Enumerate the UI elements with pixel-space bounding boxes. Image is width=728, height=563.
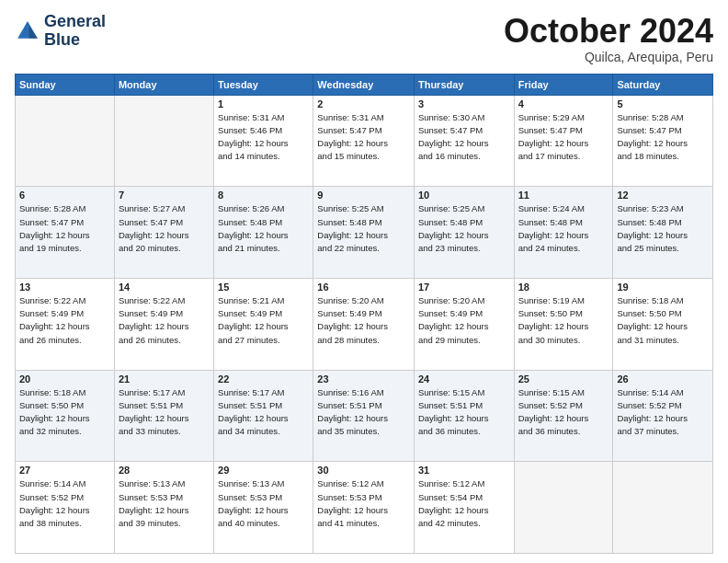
day-number: 22 — [218, 373, 309, 385]
table-row: 9Sunrise: 5:25 AMSunset: 5:48 PMDaylight… — [313, 187, 415, 279]
table-row: 27Sunrise: 5:14 AMSunset: 5:52 PMDayligh… — [16, 462, 115, 554]
day-number: 1 — [218, 98, 309, 109]
table-row: 4Sunrise: 5:29 AMSunset: 5:47 PMDaylight… — [514, 95, 613, 187]
day-info: Sunrise: 5:12 AMSunset: 5:54 PMDaylight:… — [418, 477, 510, 530]
table-row: 15Sunrise: 5:21 AMSunset: 5:49 PMDayligh… — [214, 278, 313, 370]
logo: General Blue — [15, 13, 106, 50]
day-number: 20 — [19, 373, 110, 385]
day-info: Sunrise: 5:30 AMSunset: 5:47 PMDaylight:… — [418, 111, 510, 164]
calendar-week-row: 27Sunrise: 5:14 AMSunset: 5:52 PMDayligh… — [16, 462, 713, 554]
table-row: 6Sunrise: 5:28 AMSunset: 5:47 PMDaylight… — [16, 187, 115, 279]
table-row — [613, 462, 713, 554]
day-number: 6 — [19, 190, 110, 201]
table-row: 26Sunrise: 5:14 AMSunset: 5:52 PMDayligh… — [613, 370, 713, 462]
table-row: 3Sunrise: 5:30 AMSunset: 5:47 PMDaylight… — [414, 95, 514, 187]
day-info: Sunrise: 5:26 AMSunset: 5:48 PMDaylight:… — [218, 202, 309, 255]
day-info: Sunrise: 5:15 AMSunset: 5:51 PMDaylight:… — [418, 386, 510, 439]
table-row: 20Sunrise: 5:18 AMSunset: 5:50 PMDayligh… — [16, 370, 115, 462]
day-number: 12 — [617, 190, 709, 201]
table-row — [514, 462, 613, 554]
day-info: Sunrise: 5:25 AMSunset: 5:48 PMDaylight:… — [317, 202, 410, 255]
day-info: Sunrise: 5:18 AMSunset: 5:50 PMDaylight:… — [617, 294, 709, 347]
day-info: Sunrise: 5:21 AMSunset: 5:49 PMDaylight:… — [218, 294, 309, 347]
title-block: October 2024 Quilca, Arequipa, Peru — [504, 13, 713, 64]
table-row: 28Sunrise: 5:13 AMSunset: 5:53 PMDayligh… — [114, 462, 213, 554]
day-number: 14 — [119, 282, 210, 293]
day-number: 9 — [317, 190, 410, 201]
day-number: 26 — [617, 373, 709, 385]
day-number: 10 — [418, 190, 510, 201]
day-number: 4 — [518, 98, 609, 109]
day-info: Sunrise: 5:28 AMSunset: 5:47 PMDaylight:… — [617, 111, 709, 164]
day-number: 25 — [518, 373, 609, 385]
day-number: 27 — [19, 465, 110, 476]
table-row: 18Sunrise: 5:19 AMSunset: 5:50 PMDayligh… — [514, 278, 613, 370]
day-info: Sunrise: 5:31 AMSunset: 5:47 PMDaylight:… — [317, 111, 410, 164]
day-number: 19 — [617, 282, 709, 293]
day-info: Sunrise: 5:23 AMSunset: 5:48 PMDaylight:… — [617, 202, 709, 255]
table-row: 5Sunrise: 5:28 AMSunset: 5:47 PMDaylight… — [613, 95, 713, 187]
day-number: 5 — [617, 98, 709, 109]
day-info: Sunrise: 5:22 AMSunset: 5:49 PMDaylight:… — [19, 294, 110, 347]
col-wednesday: Wednesday — [313, 74, 415, 95]
table-row: 22Sunrise: 5:17 AMSunset: 5:51 PMDayligh… — [214, 370, 313, 462]
calendar-week-row: 6Sunrise: 5:28 AMSunset: 5:47 PMDaylight… — [16, 187, 713, 279]
col-friday: Friday — [514, 74, 613, 95]
day-number: 2 — [317, 98, 410, 109]
day-number: 30 — [317, 465, 410, 476]
table-row: 8Sunrise: 5:26 AMSunset: 5:48 PMDaylight… — [214, 187, 313, 279]
table-row: 2Sunrise: 5:31 AMSunset: 5:47 PMDaylight… — [313, 95, 415, 187]
col-saturday: Saturday — [613, 74, 713, 95]
calendar-header-row: Sunday Monday Tuesday Wednesday Thursday… — [16, 74, 713, 95]
table-row: 31Sunrise: 5:12 AMSunset: 5:54 PMDayligh… — [414, 462, 514, 554]
table-row — [114, 95, 213, 187]
calendar-week-row: 1Sunrise: 5:31 AMSunset: 5:46 PMDaylight… — [16, 95, 713, 187]
day-info: Sunrise: 5:18 AMSunset: 5:50 PMDaylight:… — [19, 386, 110, 439]
day-info: Sunrise: 5:15 AMSunset: 5:52 PMDaylight:… — [518, 386, 609, 439]
table-row — [16, 95, 115, 187]
day-number: 21 — [119, 373, 210, 385]
day-info: Sunrise: 5:17 AMSunset: 5:51 PMDaylight:… — [119, 386, 210, 439]
day-number: 23 — [317, 373, 410, 385]
col-tuesday: Tuesday — [214, 74, 313, 95]
table-row: 16Sunrise: 5:20 AMSunset: 5:49 PMDayligh… — [313, 278, 415, 370]
day-info: Sunrise: 5:25 AMSunset: 5:48 PMDaylight:… — [418, 202, 510, 255]
day-info: Sunrise: 5:27 AMSunset: 5:47 PMDaylight:… — [119, 202, 210, 255]
col-monday: Monday — [114, 74, 213, 95]
table-row: 19Sunrise: 5:18 AMSunset: 5:50 PMDayligh… — [613, 278, 713, 370]
day-info: Sunrise: 5:16 AMSunset: 5:51 PMDaylight:… — [317, 386, 410, 439]
day-number: 13 — [19, 282, 110, 293]
table-row: 23Sunrise: 5:16 AMSunset: 5:51 PMDayligh… — [313, 370, 415, 462]
day-info: Sunrise: 5:22 AMSunset: 5:49 PMDaylight:… — [119, 294, 210, 347]
calendar-table: Sunday Monday Tuesday Wednesday Thursday… — [15, 74, 713, 554]
table-row: 1Sunrise: 5:31 AMSunset: 5:46 PMDaylight… — [214, 95, 313, 187]
col-thursday: Thursday — [414, 74, 514, 95]
day-info: Sunrise: 5:19 AMSunset: 5:50 PMDaylight:… — [518, 294, 609, 347]
logo-line2: Blue — [44, 31, 106, 50]
logo-line1: General — [44, 13, 106, 31]
day-number: 29 — [218, 465, 309, 476]
svg-marker-1 — [29, 26, 38, 39]
day-info: Sunrise: 5:31 AMSunset: 5:46 PMDaylight:… — [218, 111, 309, 164]
table-row: 13Sunrise: 5:22 AMSunset: 5:49 PMDayligh… — [16, 278, 115, 370]
day-info: Sunrise: 5:24 AMSunset: 5:48 PMDaylight:… — [518, 202, 609, 255]
day-info: Sunrise: 5:20 AMSunset: 5:49 PMDaylight:… — [418, 294, 510, 347]
table-row: 21Sunrise: 5:17 AMSunset: 5:51 PMDayligh… — [114, 370, 213, 462]
table-row: 25Sunrise: 5:15 AMSunset: 5:52 PMDayligh… — [514, 370, 613, 462]
day-number: 3 — [418, 98, 510, 109]
day-number: 16 — [317, 282, 410, 293]
month-title: October 2024 — [504, 13, 713, 50]
day-number: 28 — [119, 465, 210, 476]
day-info: Sunrise: 5:12 AMSunset: 5:53 PMDaylight:… — [317, 477, 410, 530]
calendar-week-row: 13Sunrise: 5:22 AMSunset: 5:49 PMDayligh… — [16, 278, 713, 370]
day-number: 18 — [518, 282, 609, 293]
day-info: Sunrise: 5:13 AMSunset: 5:53 PMDaylight:… — [218, 477, 309, 530]
logo-text: General Blue — [44, 13, 106, 50]
day-info: Sunrise: 5:28 AMSunset: 5:47 PMDaylight:… — [19, 202, 110, 255]
day-number: 11 — [518, 190, 609, 201]
table-row: 24Sunrise: 5:15 AMSunset: 5:51 PMDayligh… — [414, 370, 514, 462]
location-subtitle: Quilca, Arequipa, Peru — [504, 50, 713, 64]
table-row: 10Sunrise: 5:25 AMSunset: 5:48 PMDayligh… — [414, 187, 514, 279]
day-info: Sunrise: 5:14 AMSunset: 5:52 PMDaylight:… — [19, 477, 110, 530]
day-info: Sunrise: 5:20 AMSunset: 5:49 PMDaylight:… — [317, 294, 410, 347]
